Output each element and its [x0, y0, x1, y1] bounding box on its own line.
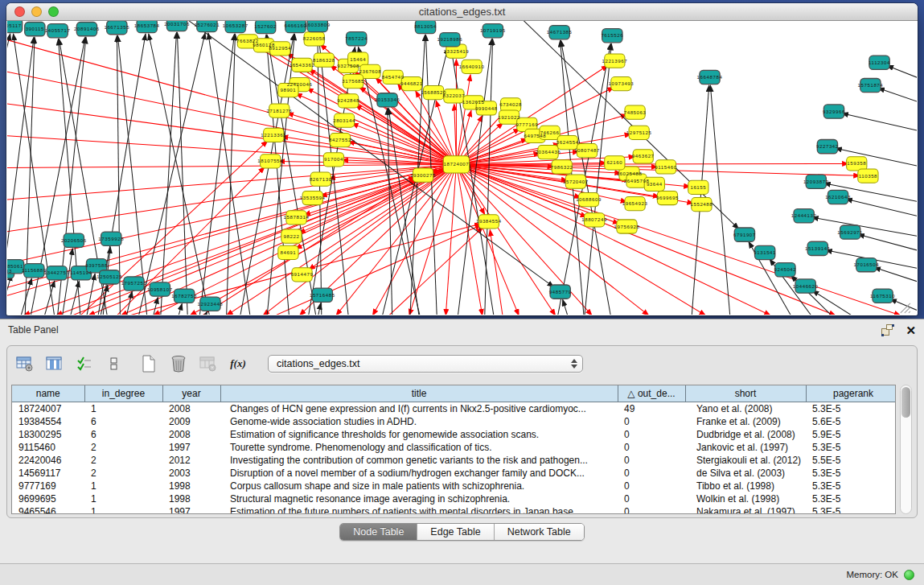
svg-text:8813054: 8813054 — [414, 24, 437, 29]
delete-table-icon[interactable] — [199, 354, 218, 373]
table-row[interactable]: 2242004622012Investigating the contribut… — [12, 454, 896, 467]
svg-text:9699695: 9699695 — [656, 196, 679, 200]
tab-network-table[interactable]: Network Table — [495, 524, 584, 540]
table-scrollbar-thumb[interactable] — [901, 387, 910, 418]
graph-edge — [887, 65, 917, 87]
table-row[interactable]: 977716911998Corpus callosum shape and si… — [12, 480, 896, 492]
graph-edge — [456, 164, 900, 315]
function-icon[interactable]: f(x) — [228, 354, 248, 373]
svg-text:10653287: 10653287 — [223, 23, 248, 28]
graph-edge — [388, 108, 419, 315]
svg-text:98222: 98222 — [284, 234, 300, 239]
svg-text:20891406: 20891406 — [74, 27, 100, 31]
table-row[interactable]: 911546021997Tourette syndrome. Phenomeno… — [12, 441, 896, 454]
svg-text:18724007: 18724007 — [444, 162, 470, 167]
svg-text:19756928: 19756928 — [614, 225, 640, 229]
network-window: citations_edges.txt 18724007293002751938… — [6, 3, 918, 315]
column-header-in_degree[interactable]: in_degree — [84, 385, 162, 402]
svg-text:6914479: 6914479 — [291, 272, 314, 277]
svg-text:14671385: 14671385 — [547, 30, 573, 35]
graph-edge — [890, 299, 917, 315]
svg-text:10719195: 10719195 — [480, 28, 506, 33]
table-row[interactable]: 1872400712008Changes of HCN gene express… — [12, 402, 896, 415]
svg-text:2803144: 2803144 — [333, 118, 355, 123]
graph-edge — [351, 123, 456, 164]
svg-text:10958107: 10958107 — [147, 287, 173, 292]
svg-text:110358: 110358 — [859, 174, 877, 179]
svg-text:12923448: 12923448 — [198, 302, 224, 307]
status-bar: Memory: OK — [0, 563, 924, 585]
svg-text:19654923: 19654923 — [622, 201, 648, 206]
table-toolbar: f(x) citations_edges.txt — [7, 346, 917, 381]
select-all-check-icon[interactable] — [75, 354, 94, 373]
svg-text:13535594: 13535594 — [300, 196, 326, 200]
column-header-name[interactable]: name — [12, 385, 84, 402]
rows-icon[interactable] — [105, 354, 124, 373]
svg-text:11675310: 11675310 — [870, 294, 895, 299]
svg-text:10688609: 10688609 — [576, 197, 602, 202]
network-canvas[interactable]: 1872400729300275193845547663822986012889… — [7, 21, 917, 315]
svg-text:16648784: 16648784 — [697, 75, 723, 80]
graph-edge — [318, 303, 321, 315]
svg-text:9446821: 9446821 — [400, 81, 423, 86]
graph-edge — [139, 33, 206, 315]
svg-text:1362615: 1362615 — [462, 100, 485, 105]
zoom-window-button[interactable] — [48, 6, 59, 17]
graph-edge — [44, 281, 54, 315]
table-scrollbar[interactable] — [900, 385, 912, 514]
graph-edge — [240, 34, 294, 315]
svg-text:22420046: 22420046 — [287, 82, 313, 87]
svg-text:16033809: 16033809 — [305, 23, 331, 27]
svg-text:1527602: 1527602 — [254, 24, 277, 29]
table-columns-icon[interactable] — [45, 354, 64, 373]
close-window-button[interactable] — [14, 6, 25, 17]
svg-text:20364436: 20364436 — [536, 150, 561, 154]
svg-text:20031706: 20031706 — [164, 22, 190, 27]
column-header-short[interactable]: short — [685, 385, 806, 402]
svg-text:10973493: 10973493 — [609, 81, 634, 86]
network-graph[interactable]: 1872400729300275193845547663822986012889… — [7, 21, 917, 315]
graph-edge — [451, 47, 494, 315]
svg-text:16025488: 16025488 — [617, 171, 643, 176]
table-row[interactable]: 1456911722003Disruption of a novel membe… — [12, 467, 896, 480]
column-header-year[interactable]: year — [162, 385, 220, 402]
column-header-out_de[interactable]: △ out_de... — [618, 385, 685, 402]
svg-text:1145194: 1145194 — [70, 270, 92, 275]
svg-text:29300275: 29300275 — [410, 173, 436, 178]
column-header-pagerank[interactable]: pagerank — [806, 385, 896, 402]
svg-text:9115460: 9115460 — [655, 165, 676, 170]
float-panel-icon[interactable] — [881, 324, 894, 336]
svg-text:159358: 159358 — [847, 161, 866, 166]
resize-grip[interactable] — [901, 303, 910, 313]
svg-text:6734028: 6734028 — [499, 102, 522, 107]
table-settings-icon[interactable] — [15, 354, 35, 373]
trash-icon[interactable] — [169, 354, 188, 373]
svg-text:15276021: 15276021 — [195, 23, 220, 27]
close-panel-icon[interactable]: ✕ — [906, 324, 916, 336]
tab-edge-table[interactable]: Edge Table — [417, 524, 494, 540]
tab-node-table[interactable]: Node Table — [340, 524, 417, 540]
svg-text:746266: 746266 — [540, 130, 560, 135]
svg-text:19218986: 19218986 — [437, 37, 462, 42]
svg-text:8912954: 8912954 — [269, 46, 291, 51]
window-titlebar[interactable]: citations_edges.txt — [6, 3, 918, 21]
node-table: namein_degreeyeartitle△ out_de...shortpa… — [11, 385, 896, 514]
new-document-icon[interactable] — [139, 354, 158, 373]
svg-text:10446620: 10446620 — [793, 284, 819, 289]
svg-text:17016504: 17016504 — [854, 262, 880, 267]
table-row[interactable]: 1830029562008Estimation of significance … — [12, 428, 896, 441]
column-header-title[interactable]: title — [220, 385, 618, 402]
svg-text:9485779: 9485779 — [549, 290, 572, 295]
table-row[interactable]: 1938455462009Genome-wide association stu… — [12, 415, 896, 428]
graph-edge — [563, 299, 568, 315]
svg-text:15692971: 15692971 — [837, 230, 863, 235]
minimize-window-button[interactable] — [31, 6, 42, 17]
svg-text:39133: 39133 — [7, 269, 12, 274]
table-row[interactable]: 969969511998Structural magnetic resonanc… — [12, 492, 896, 505]
svg-text:9242848: 9242848 — [337, 98, 359, 103]
dropdown-arrows-icon — [571, 359, 577, 369]
svg-text:917004: 917004 — [324, 157, 343, 162]
graph-edge — [72, 178, 416, 315]
table-selector-dropdown[interactable]: citations_edges.txt — [268, 355, 583, 373]
table-row[interactable]: 946554611997Estimation of the future num… — [12, 505, 896, 515]
